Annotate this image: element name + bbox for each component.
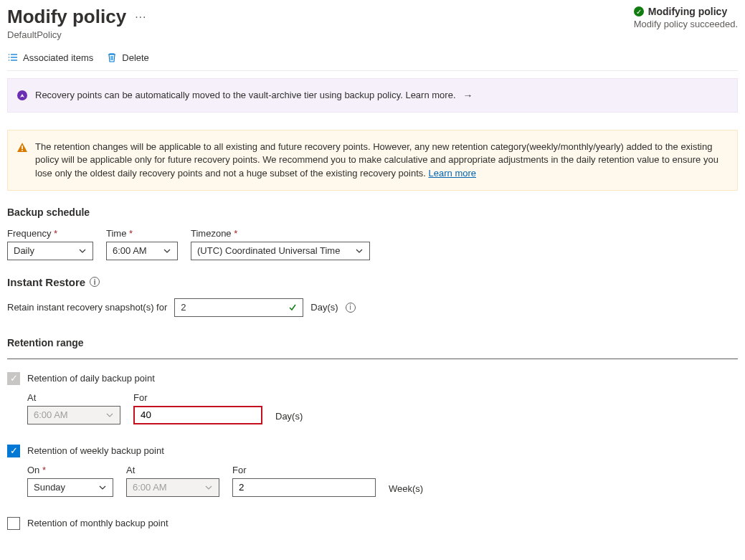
weekly-at-label: At <box>126 465 219 475</box>
timezone-select[interactable]: (UTC) Coordinated Universal Time <box>191 242 370 260</box>
timezone-label: Timezone * <box>191 228 370 239</box>
daily-retention-label: Retention of daily backup point <box>27 373 155 384</box>
page-title: Modify policy <box>7 6 126 28</box>
chevron-down-icon <box>355 247 364 255</box>
chevron-down-icon <box>163 247 171 255</box>
delete-button[interactable]: Delete <box>106 52 149 63</box>
weekly-on-select[interactable]: Sunday <box>27 478 113 497</box>
info-icon[interactable]: i <box>346 303 356 313</box>
time-select[interactable]: 6:00 AM <box>106 242 178 260</box>
compass-icon <box>16 90 28 101</box>
instant-restore-unit: Day(s) <box>310 302 338 313</box>
monthly-retention-checkbox[interactable] <box>7 517 20 530</box>
trash-icon <box>106 52 118 63</box>
info-banner-text: Recovery points can be automatically mov… <box>35 89 456 102</box>
list-icon <box>7 52 19 63</box>
instant-restore-select[interactable]: 2 <box>174 298 303 317</box>
daily-for-input[interactable] <box>133 406 262 424</box>
time-label: Time * <box>106 228 178 239</box>
page-subtitle: DefaultPolicy <box>7 29 146 40</box>
success-icon: ✓ <box>634 6 644 16</box>
chevron-down-icon <box>98 483 107 492</box>
associated-items-button[interactable]: Associated items <box>7 52 93 63</box>
chevron-down-icon <box>204 483 213 492</box>
backup-schedule-heading: Backup schedule <box>7 207 738 218</box>
check-icon <box>288 303 297 312</box>
weekly-unit: Week(s) <box>389 483 423 497</box>
status-subtitle: Modify policy succeeded. <box>634 19 738 29</box>
info-icon[interactable]: i <box>90 277 100 287</box>
associated-items-label: Associated items <box>23 52 93 63</box>
daily-at-label: At <box>27 392 120 403</box>
daily-retention-checkbox[interactable]: ✓ <box>7 372 20 385</box>
chevron-down-icon <box>105 411 114 419</box>
delete-label: Delete <box>122 52 149 63</box>
arrow-right-icon[interactable]: → <box>463 90 473 101</box>
info-banner: Recovery points can be automatically mov… <box>7 78 738 113</box>
svg-rect-7 <box>22 146 23 149</box>
more-icon[interactable]: ··· <box>135 11 146 24</box>
learn-more-link[interactable]: Learn more <box>429 168 476 179</box>
weekly-at-select: 6:00 AM <box>126 478 219 497</box>
frequency-label: Frequency * <box>7 228 93 239</box>
warning-banner-text: The retention changes will be applicable… <box>35 141 729 180</box>
instant-restore-label: Retain instant recovery snapshot(s) for <box>7 302 167 313</box>
daily-for-label: For <box>133 392 262 403</box>
weekly-for-label: For <box>232 465 376 475</box>
daily-unit: Day(s) <box>275 411 303 424</box>
daily-at-select: 6:00 AM <box>27 406 120 424</box>
instant-restore-heading: Instant Restore i <box>7 276 738 288</box>
weekly-retention-checkbox[interactable]: ✓ <box>7 445 20 457</box>
monthly-retention-label: Retention of monthly backup point <box>27 518 169 528</box>
chevron-down-icon <box>78 247 87 255</box>
warning-banner: The retention changes will be applicable… <box>7 130 738 191</box>
weekly-on-label: On * <box>27 465 113 475</box>
weekly-for-input[interactable] <box>232 478 376 497</box>
weekly-retention-label: Retention of weekly backup point <box>27 445 164 456</box>
svg-rect-8 <box>22 150 23 151</box>
warning-icon <box>16 142 28 153</box>
frequency-select[interactable]: Daily <box>7 242 93 260</box>
retention-range-heading: Retention range <box>7 337 738 348</box>
status-title: Modifying policy <box>648 6 727 17</box>
